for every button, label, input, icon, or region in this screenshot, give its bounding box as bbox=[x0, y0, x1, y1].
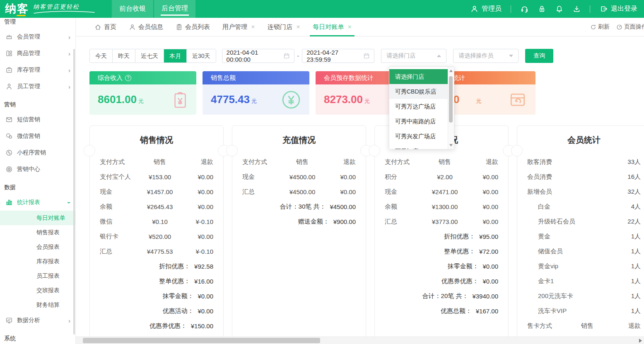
sidebar-item-wechat-marketing[interactable]: 微信营销 bbox=[0, 128, 75, 144]
page-tabbar: 首页 会员信息 会员列表 用户管理 连锁门店 每日对账单 刷新 bbox=[76, 18, 644, 36]
tab-label: 用户管理 bbox=[222, 23, 247, 31]
date-to-input[interactable]: 2021-04-27 23:59:59 bbox=[302, 49, 374, 63]
tab-label: 会员列表 bbox=[185, 23, 210, 31]
bell-icon[interactable] bbox=[555, 5, 563, 13]
dropdown-option-store[interactable]: 可秀中南路的店 bbox=[389, 114, 448, 129]
col-header: 支付方式 bbox=[100, 158, 140, 166]
stat-row: 黄金vip1人 bbox=[527, 259, 641, 274]
sidebar-subitem-shift-report[interactable]: 交班报表 bbox=[0, 283, 75, 298]
tab-chain-stores[interactable]: 连锁门店 bbox=[261, 18, 306, 36]
dropdown-option-store[interactable]: 可秀万达广场店 bbox=[389, 99, 448, 114]
panel-notch bbox=[369, 145, 380, 156]
card-unit: 元 bbox=[364, 98, 370, 104]
tab-user-mgmt[interactable]: 用户管理 bbox=[216, 18, 261, 36]
boxes-icon bbox=[5, 50, 13, 58]
dropdown-scrollbar[interactable] bbox=[448, 67, 454, 149]
close-icon[interactable] bbox=[347, 24, 352, 30]
sidebar-subitem-inventory-report[interactable]: 库存报表 bbox=[0, 254, 75, 269]
sidebar-item-product-mgmt[interactable]: 商品管理 bbox=[0, 45, 75, 62]
tab-label: 每日对账单 bbox=[313, 23, 344, 31]
card-total-income: 综合收入 ? 8601.00元 bbox=[89, 71, 196, 115]
tab-member-list[interactable]: 会员列表 bbox=[169, 18, 216, 36]
headset-icon[interactable] bbox=[520, 5, 528, 13]
app-window: 纳客 纳客管店更轻松 前台收银 后台管理 管理员 退出登录 bbox=[0, 0, 644, 344]
close-icon[interactable] bbox=[296, 24, 300, 30]
sidebar-subitem-finance-settlement[interactable]: 财务结算 bbox=[0, 298, 75, 312]
range-last7days-button[interactable]: 近七天 bbox=[135, 49, 164, 63]
topnav-backoffice[interactable]: 后台管理 bbox=[154, 0, 195, 18]
sidebar-subitem-staff-report[interactable]: 员工报表 bbox=[0, 269, 75, 283]
sidebar-scrollbar[interactable] bbox=[73, 49, 75, 334]
scroll-up-icon[interactable] bbox=[449, 70, 453, 72]
chevron-right-icon bbox=[68, 67, 70, 74]
sidebar-item-marketing-center[interactable]: 营销中心 bbox=[0, 161, 75, 178]
tab-daily-statement[interactable]: 每日对账单 bbox=[306, 18, 358, 36]
topbar-divider bbox=[590, 5, 590, 13]
chevron-right-icon bbox=[68, 83, 70, 90]
wechat-icon bbox=[5, 132, 13, 140]
horizontal-scrollbar[interactable] bbox=[76, 337, 644, 344]
scroll-down-icon[interactable] bbox=[449, 144, 453, 147]
panel-title: 充值情况 bbox=[242, 126, 356, 154]
table-row: 汇总¥4775.53¥-0.10 bbox=[100, 244, 213, 259]
logout-label: 退出登录 bbox=[611, 5, 637, 13]
sidebar-item-label: 微信营销 bbox=[17, 132, 40, 140]
sidebar-item-statistic-reports[interactable]: 统计报表 bbox=[0, 194, 75, 211]
range-today-button[interactable]: 今天 bbox=[90, 49, 113, 63]
summary-row: 合计：78笔 共：¥5034.01 bbox=[100, 333, 213, 337]
scroll-thumb[interactable] bbox=[449, 76, 453, 123]
dropdown-option-store[interactable]: 可秀门店 bbox=[389, 144, 448, 149]
tab-member-info[interactable]: 会员信息 bbox=[123, 18, 169, 36]
sidebar-item-member-mgmt[interactable]: 会员管理 bbox=[0, 29, 75, 45]
search-button[interactable]: 查询 bbox=[525, 49, 553, 63]
sidebar-item-label: 营销中心 bbox=[17, 166, 40, 173]
current-user[interactable]: 管理员 bbox=[470, 5, 502, 13]
operator-select[interactable]: 请选择操作员 bbox=[453, 49, 519, 63]
sidebar-subitem-daily-statement[interactable]: 每日对账单 bbox=[0, 211, 75, 225]
sidebar-item-sms-marketing[interactable]: 短信营销 bbox=[0, 111, 75, 128]
lock-icon[interactable] bbox=[538, 5, 546, 13]
topbar-actions: 管理员 退出登录 bbox=[470, 5, 644, 13]
date-from-input[interactable]: 2021-04-01 00:00:00 bbox=[222, 49, 294, 63]
card-unit: 元 bbox=[251, 98, 257, 104]
table-row: 汇总¥4500.00¥0.00 bbox=[242, 184, 356, 199]
download-icon[interactable] bbox=[572, 5, 581, 13]
stat-row: 升级砖石会员22人 bbox=[527, 214, 641, 229]
filter-bar: 今天 昨天 近七天 本月 近30天 2021-04-01 00:00:00 - … bbox=[89, 49, 553, 63]
sidebar-item-inventory-mgmt[interactable]: 库存管理 bbox=[0, 62, 75, 78]
dropdown-option-store[interactable]: 可秀兴发广场店 bbox=[389, 129, 448, 144]
refresh-button[interactable]: 刷新 bbox=[590, 23, 610, 31]
help-icon[interactable]: ? bbox=[125, 75, 131, 81]
stat-row: 新增会员32人 bbox=[527, 184, 641, 199]
scroll-right-icon[interactable] bbox=[639, 339, 642, 343]
page-operations-button[interactable]: 页面操作 bbox=[616, 23, 644, 31]
sidebar-subitem-sales-report[interactable]: 销售报表 bbox=[0, 225, 75, 240]
tagline-swoosh bbox=[33, 11, 95, 14]
dropdown-option-placeholder[interactable]: 请选择门店 bbox=[389, 69, 448, 84]
tab-home[interactable]: 首页 bbox=[88, 18, 123, 36]
refresh-icon bbox=[590, 24, 596, 30]
stat-row: 黄金1人 bbox=[527, 229, 641, 244]
date-range-separator: - bbox=[297, 53, 299, 59]
sidebar-item-data-analysis[interactable]: 数据分析 bbox=[0, 312, 75, 329]
store-select[interactable]: 请选择门店 bbox=[381, 49, 446, 63]
stat-row: 储值会员1人 bbox=[527, 244, 641, 259]
content-area: 今天 昨天 近七天 本月 近30天 2021-04-01 00:00:00 - … bbox=[76, 36, 644, 337]
panel-notch bbox=[226, 145, 238, 156]
close-icon[interactable] bbox=[251, 24, 255, 30]
summary-row: 折扣优惠：¥92.58 bbox=[100, 259, 213, 274]
sidebar-subitem-member-report[interactable]: 会员报表 bbox=[0, 240, 75, 254]
card-sales-total: 销售总额 4775.43元 bbox=[203, 71, 309, 115]
range-last30days-button[interactable]: 近30天 bbox=[187, 49, 216, 63]
topnav-cashier[interactable]: 前台收银 bbox=[112, 0, 153, 18]
chevron-right-icon bbox=[68, 317, 70, 324]
sidebar-item-label: 库存管理 bbox=[17, 66, 40, 74]
sidebar-item-staff-mgmt[interactable]: 员工管理 bbox=[0, 78, 75, 95]
stat-row: 散客消费33人 bbox=[527, 154, 641, 169]
range-thismonth-button[interactable]: 本月 bbox=[164, 49, 187, 63]
dropdown-option-store[interactable]: 可秀CBD娱乐店 bbox=[389, 84, 448, 99]
scroll-thumb[interactable] bbox=[83, 338, 320, 343]
logout-button[interactable]: 退出登录 bbox=[599, 5, 637, 13]
range-yesterday-button[interactable]: 昨天 bbox=[113, 49, 135, 63]
sidebar-item-miniprogram-marketing[interactable]: 小程序营销 bbox=[0, 144, 75, 161]
